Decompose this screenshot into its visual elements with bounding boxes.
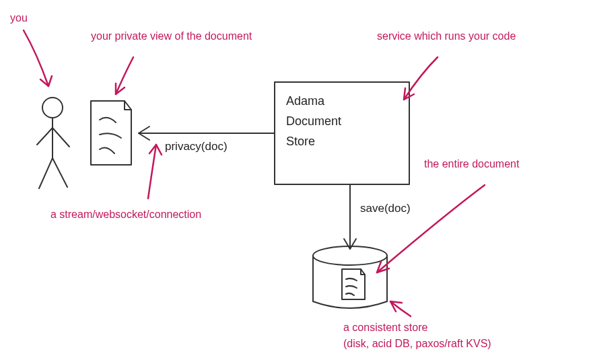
stick-figure-icon	[34, 94, 74, 192]
annotation-you: you	[10, 12, 28, 24]
annotation-private-view: your private view of the document	[91, 30, 252, 42]
annotation-consistent-store-l2: (disk, acid DB, paxos/raft KVS)	[343, 338, 491, 350]
annotation-service: service which runs your code	[377, 30, 516, 42]
annotation-consistent-store-l1: a consistent store	[343, 322, 427, 334]
annotation-entire-doc: the entire document	[424, 158, 519, 170]
service-box	[275, 82, 409, 184]
edge-label-save: save(doc)	[360, 202, 411, 215]
datastore-cylinder-icon	[313, 246, 387, 312]
edge-label-privacy: privacy(doc)	[165, 140, 228, 153]
annotation-stream: a stream/websocket/connection	[50, 209, 201, 221]
document-icon	[91, 101, 131, 165]
